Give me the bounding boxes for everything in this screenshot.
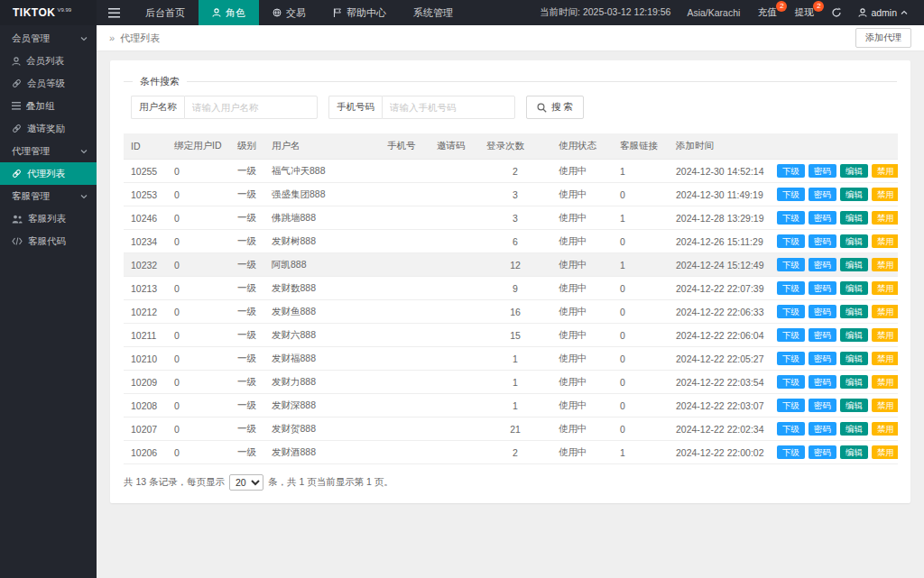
phone-input[interactable] [382, 96, 515, 119]
cell-cs-link: 0 [613, 300, 669, 324]
sublevel-button[interactable]: 下级 [777, 422, 805, 436]
password-button[interactable]: 密码 [808, 352, 836, 366]
add-agent-button[interactable]: 添加代理 [855, 28, 911, 48]
refresh-icon[interactable] [822, 7, 851, 18]
edit-button[interactable]: 编辑 [840, 305, 868, 319]
column-header [770, 133, 898, 160]
edit-button[interactable]: 编辑 [840, 352, 868, 366]
cell-phone [380, 253, 430, 277]
edit-button[interactable]: 编辑 [840, 211, 868, 225]
edit-button[interactable]: 编辑 [840, 234, 868, 249]
disable-button[interactable]: 禁用 [872, 445, 898, 460]
edit-button[interactable]: 编辑 [840, 422, 868, 436]
cell-invite-code [430, 160, 479, 183]
nav-item-dashboard[interactable]: 后台首页 [132, 0, 199, 25]
group-label: 代理管理 [12, 145, 50, 158]
search-button[interactable]: 搜 索 [526, 96, 584, 119]
sublevel-button[interactable]: 下级 [777, 281, 805, 296]
disable-button[interactable]: 禁用 [872, 258, 898, 272]
password-button[interactable]: 密码 [808, 164, 836, 179]
sublevel-button[interactable]: 下级 [777, 211, 805, 225]
disable-button[interactable]: 禁用 [872, 399, 898, 413]
table-row: 102320一级阿凯88812使用中12024-12-24 15:12:49下级… [124, 253, 898, 277]
cell-cs-link: 0 [613, 277, 669, 300]
password-button[interactable]: 密码 [808, 375, 836, 390]
group-label: 客服管理 [12, 190, 50, 203]
sublevel-button[interactable]: 下级 [777, 399, 805, 413]
edit-button[interactable]: 编辑 [840, 445, 868, 460]
nav-item-help-center[interactable]: 帮助中心 [319, 0, 400, 25]
password-button[interactable]: 密码 [808, 399, 836, 413]
edit-button[interactable]: 编辑 [840, 188, 868, 202]
column-header: 使用状态 [551, 133, 613, 160]
cell-invite-code [430, 277, 479, 300]
password-button[interactable]: 密码 [808, 258, 836, 272]
password-button[interactable]: 密码 [808, 422, 836, 436]
nav-label: 帮助中心 [346, 6, 386, 20]
username-input[interactable] [184, 96, 318, 119]
withdraw-link[interactable]: 提现 2 [785, 6, 822, 19]
topbar: TIKTOK V9.99 后台首页 角色 交易 帮助中心 系统管理 当前时间: … [0, 0, 924, 25]
cell-added-time: 2024-12-28 13:29:19 [669, 206, 770, 230]
sidebar-item-member-level[interactable]: 会员等级 [0, 72, 97, 95]
password-button[interactable]: 密码 [808, 234, 836, 249]
edit-button[interactable]: 编辑 [840, 375, 868, 390]
password-button[interactable]: 密码 [808, 328, 836, 343]
nav-item-roles[interactable]: 角色 [199, 0, 259, 25]
sidebar-group-member-mgmt[interactable]: 会员管理 [0, 27, 97, 50]
sidebar-item-agent-list[interactable]: 代理列表 [0, 162, 97, 185]
disable-button[interactable]: 禁用 [872, 375, 898, 390]
nav-label: 角色 [226, 6, 245, 20]
sidebar-item-cs-code[interactable]: 客服代码 [0, 230, 97, 252]
recharge-link[interactable]: 充值 2 [748, 6, 785, 19]
disable-button[interactable]: 禁用 [872, 328, 898, 343]
hamburger-menu-icon[interactable] [97, 0, 132, 25]
disable-button[interactable]: 禁用 [872, 234, 898, 249]
cell-username: 发财数888 [264, 277, 380, 300]
cell-login-count: 12 [479, 253, 551, 277]
sidebar-item-cs-list[interactable]: 客服列表 [0, 207, 97, 230]
nav-item-trade[interactable]: 交易 [259, 0, 319, 25]
sublevel-button[interactable]: 下级 [777, 188, 805, 202]
sidebar-group-agent-mgmt[interactable]: 代理管理 [0, 140, 97, 162]
sublevel-button[interactable]: 下级 [777, 328, 805, 343]
sidebar-group-cs-mgmt[interactable]: 客服管理 [0, 185, 97, 207]
cell-login-count: 6 [479, 230, 551, 253]
disable-button[interactable]: 禁用 [872, 352, 898, 366]
disable-button[interactable]: 禁用 [872, 422, 898, 436]
password-button[interactable]: 密码 [808, 281, 836, 296]
password-button[interactable]: 密码 [808, 445, 836, 460]
chevron-up-icon [901, 10, 908, 15]
disable-button[interactable]: 禁用 [872, 281, 898, 296]
cell-cs-link: 0 [613, 371, 669, 394]
page-size-select[interactable]: 20 [229, 474, 263, 491]
edit-button[interactable]: 编辑 [840, 164, 868, 179]
sublevel-button[interactable]: 下级 [777, 258, 805, 272]
user-menu[interactable]: admin [851, 7, 915, 18]
disable-button[interactable]: 禁用 [872, 164, 898, 179]
sidebar-item-invite-reward[interactable]: 邀请奖励 [0, 117, 97, 140]
edit-button[interactable]: 编辑 [840, 281, 868, 296]
sublevel-button[interactable]: 下级 [777, 164, 805, 179]
edit-button[interactable]: 编辑 [840, 328, 868, 343]
cell-actions: 下级密码编辑禁用 [770, 253, 898, 277]
password-button[interactable]: 密码 [808, 305, 836, 319]
sublevel-button[interactable]: 下级 [777, 352, 805, 366]
sublevel-button[interactable]: 下级 [777, 234, 805, 249]
disable-button[interactable]: 禁用 [872, 188, 898, 202]
nav-item-system[interactable]: 系统管理 [400, 0, 467, 25]
disable-button[interactable]: 禁用 [872, 305, 898, 319]
sidebar-item-label: 会员列表 [26, 55, 64, 68]
sublevel-button[interactable]: 下级 [777, 375, 805, 390]
edit-button[interactable]: 编辑 [840, 258, 868, 272]
cell-level: 一级 [230, 347, 264, 371]
password-button[interactable]: 密码 [808, 211, 836, 225]
disable-button[interactable]: 禁用 [872, 211, 898, 225]
cell-invite-code [430, 417, 479, 441]
sublevel-button[interactable]: 下级 [777, 305, 805, 319]
sublevel-button[interactable]: 下级 [777, 445, 805, 460]
password-button[interactable]: 密码 [808, 188, 836, 202]
sidebar-item-stack-group[interactable]: 叠加组 [0, 95, 97, 117]
sidebar-item-member-list[interactable]: 会员列表 [0, 50, 97, 72]
edit-button[interactable]: 编辑 [840, 399, 868, 413]
